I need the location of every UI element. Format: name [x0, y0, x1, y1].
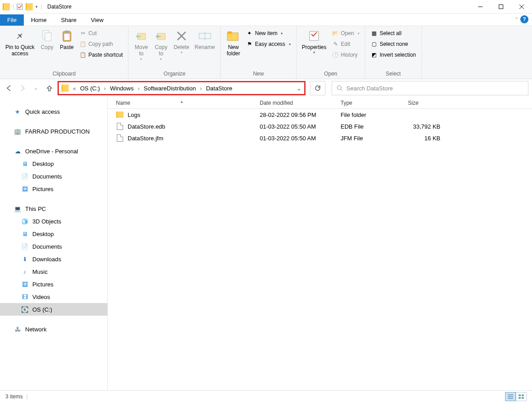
chevron-right-icon[interactable]: ›: [199, 85, 203, 92]
nav-quick-access[interactable]: ★Quick access: [0, 105, 107, 118]
ribbon-collapse-icon[interactable]: ⌃: [514, 17, 519, 22]
copy-button[interactable]: Copy: [37, 28, 57, 51]
qat-divider: |: [13, 4, 14, 10]
open-button[interactable]: 📂Open▾: [331, 29, 360, 38]
documents-icon: 📄: [21, 242, 29, 250]
chevron-right-icon[interactable]: ›: [136, 85, 141, 92]
folder-icon: [116, 112, 124, 118]
nav-onedrive[interactable]: ☁OneDrive - Personal: [0, 145, 107, 157]
status-items: 3 items: [5, 393, 23, 400]
tab-file[interactable]: File: [0, 14, 24, 26]
nav-3d-objects[interactable]: 🧊3D Objects: [0, 215, 107, 228]
nav-os-c[interactable]: 💽OS (C:): [0, 303, 107, 316]
paste-button[interactable]: Paste: [57, 28, 77, 51]
copy-to-button[interactable]: Copy to ▾: [151, 28, 171, 62]
file-row[interactable]: Logs28-02-2022 09:56 PMFile folder: [108, 109, 532, 121]
rename-label: Rename: [195, 44, 215, 50]
help-icon[interactable]: ?: [520, 15, 528, 23]
svg-rect-16: [227, 33, 238, 40]
nav-onedrive-documents[interactable]: 📄Documents: [0, 170, 107, 183]
maximize-button[interactable]: [491, 0, 511, 13]
select-none-button[interactable]: ▢Select none: [370, 40, 417, 49]
desktop-icon: 🖥: [21, 160, 29, 168]
nav-pictures[interactable]: 🖼Pictures: [0, 278, 107, 290]
building-icon: 🏢: [13, 127, 22, 135]
up-button[interactable]: [44, 83, 55, 94]
nav-onedrive-desktop[interactable]: 🖥Desktop: [0, 157, 107, 170]
nav-farrad[interactable]: 🏢FARRAD PRODUCTION: [0, 125, 107, 138]
breadcrumb-seg-0[interactable]: OS (C:): [78, 85, 102, 92]
pin-icon: [13, 29, 27, 43]
cut-button[interactable]: ✂Cut: [79, 29, 124, 38]
invert-selection-icon: ◩: [371, 51, 378, 58]
svg-line-20: [341, 89, 342, 91]
file-row[interactable]: DataStore.edb01-03-2022 05:50 AMEDB File…: [108, 121, 532, 132]
breadcrumb-seg-3[interactable]: DataStore: [204, 85, 234, 92]
nav-onedrive-pictures[interactable]: 🖼Pictures: [0, 183, 107, 195]
recent-locations-button[interactable]: ⌄: [31, 83, 41, 94]
search-box[interactable]: [332, 81, 528, 95]
chevron-right-icon[interactable]: ›: [102, 85, 107, 92]
svg-rect-9: [64, 34, 70, 40]
search-input[interactable]: [346, 85, 523, 92]
pin-to-quick-access-button[interactable]: Pin to Quick access: [3, 28, 37, 58]
close-button[interactable]: [511, 0, 532, 13]
status-divider: |: [27, 393, 28, 400]
file-name: DataStore.jfm: [128, 135, 163, 142]
move-to-button[interactable]: Move to ▾: [131, 28, 151, 62]
view-large-icons-button[interactable]: [516, 392, 527, 401]
column-name[interactable]: Name▲: [108, 100, 256, 106]
easy-access-button[interactable]: ⚑Easy access▾: [245, 40, 291, 49]
tab-view[interactable]: View: [84, 14, 111, 26]
status-bar: 3 items |: [0, 390, 532, 402]
properties-button[interactable]: Properties ▾: [299, 28, 329, 56]
forward-button[interactable]: [17, 83, 28, 94]
breadcrumb-seg-2[interactable]: SoftwareDistribution: [142, 85, 198, 92]
breadcrumb-seg-1[interactable]: Windows: [108, 85, 136, 92]
checkbox-icon[interactable]: [17, 4, 23, 10]
svg-rect-8: [65, 31, 69, 33]
tab-share[interactable]: Share: [54, 14, 84, 26]
cut-icon: ✂: [80, 30, 87, 37]
chevron-down-icon: ▾: [140, 57, 142, 62]
select-none-icon: ▢: [371, 40, 378, 48]
chevron-down-icon: ▾: [160, 57, 162, 62]
column-type[interactable]: Type: [337, 100, 404, 106]
nav-desktop[interactable]: 🖥Desktop: [0, 228, 107, 240]
nav-network[interactable]: 🖧Network: [0, 323, 107, 335]
column-size[interactable]: Size: [404, 100, 449, 106]
history-button[interactable]: 🕑History: [331, 50, 360, 59]
copy-path-button[interactable]: 📋Copy path: [79, 40, 124, 49]
nav-downloads[interactable]: ⬇Downloads: [0, 253, 107, 265]
file-name: DataStore.edb: [128, 123, 165, 130]
rename-button[interactable]: Rename: [192, 28, 217, 51]
minimize-button[interactable]: [470, 0, 491, 13]
select-all-button[interactable]: ▦Select all: [370, 29, 417, 38]
folder-icon[interactable]: [26, 3, 33, 10]
file-row[interactable]: DataStore.jfm01-03-2022 05:50 AMJFM File…: [108, 132, 532, 144]
history-icon: 🕑: [332, 51, 339, 58]
cloud-icon: ☁: [13, 147, 22, 155]
address-bar[interactable]: « OS (C:) › Windows › SoftwareDistributi…: [58, 81, 306, 95]
nav-this-pc[interactable]: 💻This PC: [0, 202, 107, 215]
new-item-button[interactable]: ✦New item▾: [245, 29, 291, 38]
address-dropdown-icon[interactable]: ⌄: [297, 85, 301, 92]
delete-button[interactable]: Delete ▾: [171, 28, 192, 56]
paste-shortcut-button[interactable]: 📋Paste shortcut: [79, 50, 124, 59]
invert-selection-button[interactable]: ◩Invert selection: [370, 50, 417, 59]
refresh-button[interactable]: [310, 81, 325, 95]
view-details-button[interactable]: [505, 392, 516, 401]
copy-label: Copy: [41, 44, 53, 50]
nav-documents[interactable]: 📄Documents: [0, 240, 107, 253]
breadcrumb-overflow-icon[interactable]: «: [71, 85, 77, 92]
new-folder-button[interactable]: New folder: [223, 28, 243, 58]
svg-rect-0: [17, 4, 22, 9]
nav-music[interactable]: ♪Music: [0, 265, 107, 278]
nav-videos[interactable]: 🎞Videos: [0, 290, 107, 303]
svg-rect-24: [519, 394, 521, 396]
edit-button[interactable]: ✎Edit: [331, 40, 360, 49]
back-button[interactable]: [4, 83, 14, 94]
qat-dropdown-icon[interactable]: ▾: [35, 4, 38, 9]
tab-home[interactable]: Home: [24, 14, 54, 26]
column-date[interactable]: Date modified: [256, 100, 337, 106]
